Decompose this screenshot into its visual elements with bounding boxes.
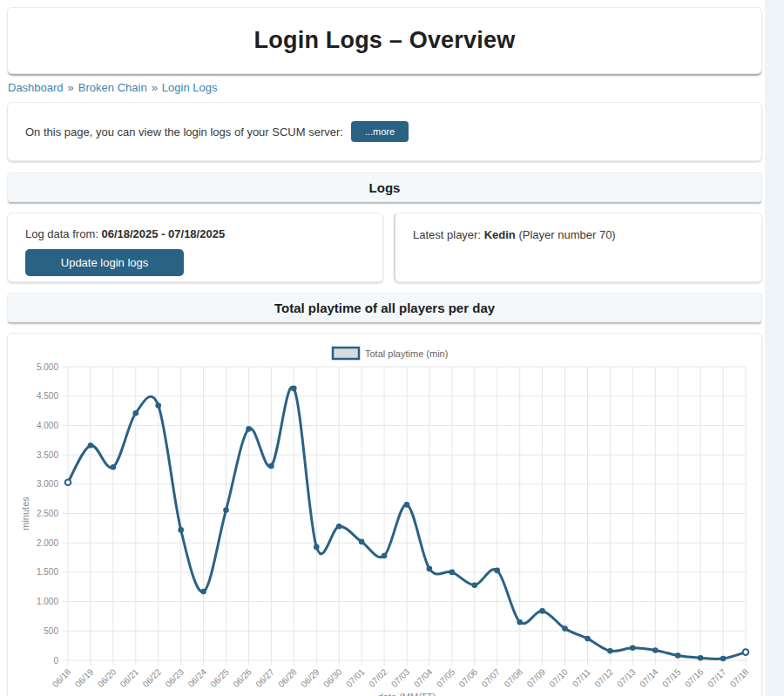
section-header-playtime-label: Total playtime of all players per day xyxy=(274,301,495,315)
breadcrumb-separator: » xyxy=(68,81,74,94)
svg-text:0: 0 xyxy=(53,656,58,666)
svg-text:06/21: 06/21 xyxy=(118,666,141,689)
svg-text:3.000: 3.000 xyxy=(37,479,58,489)
data-point-06/19[interactable] xyxy=(88,443,94,449)
chart-x-axis-labels: 06/1806/1906/2006/2106/2206/2306/2406/25… xyxy=(51,666,751,689)
svg-text:06/22: 06/22 xyxy=(141,666,164,689)
data-point-07/04[interactable] xyxy=(427,566,433,572)
svg-text:06/28: 06/28 xyxy=(276,666,299,689)
chart-y-axis-title: minutes xyxy=(20,497,30,530)
svg-text:3.500: 3.500 xyxy=(37,450,58,460)
svg-text:07/02: 07/02 xyxy=(367,666,389,689)
data-point-07/10[interactable] xyxy=(562,625,568,632)
intro-card: On this page, you can view the login log… xyxy=(7,102,762,161)
svg-text:07/09: 07/09 xyxy=(525,666,548,689)
data-point-07/17[interactable] xyxy=(720,656,727,662)
svg-text:07/10: 07/10 xyxy=(547,666,570,689)
data-point-06/25[interactable] xyxy=(223,507,229,513)
data-point-06/26[interactable] xyxy=(246,426,252,432)
log-data-range-line: Log data from: 06/18/2025 - 07/18/2025 xyxy=(25,227,382,240)
data-point-07/12[interactable] xyxy=(607,648,613,654)
section-header-logs-label: Logs xyxy=(369,180,401,195)
chart-y-axis-labels: 05001.0001.5002.0002.5003.0003.5004.0004… xyxy=(37,362,58,666)
svg-text:06/25: 06/25 xyxy=(208,666,231,689)
svg-text:07/06: 07/06 xyxy=(457,666,480,689)
svg-text:07/07: 07/07 xyxy=(480,666,503,689)
data-point-06/24[interactable] xyxy=(200,589,206,595)
svg-text:06/26: 06/26 xyxy=(231,666,253,689)
svg-text:2.500: 2.500 xyxy=(37,509,58,518)
data-point-07/07[interactable] xyxy=(494,568,500,574)
svg-text:06/29: 06/29 xyxy=(299,666,321,689)
data-point-07/08[interactable] xyxy=(517,619,523,625)
more-button[interactable]: ...more xyxy=(351,121,409,142)
data-point-06/18[interactable] xyxy=(65,480,71,486)
log-data-card: Log data from: 06/18/2025 - 07/18/2025 U… xyxy=(7,213,383,282)
breadcrumb-separator: » xyxy=(152,81,158,94)
log-data-label: Log data from: xyxy=(25,227,98,240)
data-point-06/20[interactable] xyxy=(111,464,117,470)
svg-text:06/24: 06/24 xyxy=(186,666,209,689)
data-point-07/05[interactable] xyxy=(449,570,456,576)
latest-player-name: Kedin xyxy=(484,228,516,241)
breadcrumb-link-login-logs[interactable]: Login Logs xyxy=(162,81,218,94)
data-point-07/13[interactable] xyxy=(630,645,636,652)
data-point-07/15[interactable] xyxy=(675,652,681,659)
page-title: Login Logs – Overview xyxy=(254,27,516,54)
chart-grid xyxy=(63,367,746,666)
latest-player-label: Latest player: xyxy=(413,228,481,241)
data-point-07/14[interactable] xyxy=(652,647,659,653)
svg-text:07/14: 07/14 xyxy=(638,666,660,689)
data-point-06/27[interactable] xyxy=(268,463,274,470)
data-point-06/28[interactable] xyxy=(291,386,297,392)
data-point-07/03[interactable] xyxy=(404,502,410,508)
svg-text:06/18: 06/18 xyxy=(51,666,73,689)
svg-text:07/15: 07/15 xyxy=(660,666,683,689)
data-point-06/30[interactable] xyxy=(336,524,342,530)
breadcrumb-link-server[interactable]: Broken Chain xyxy=(78,81,147,94)
svg-text:07/05: 07/05 xyxy=(435,666,457,689)
svg-text:06/20: 06/20 xyxy=(96,666,118,689)
playtime-chart-card: 05001.0001.5002.0002.5003.0003.5004.0004… xyxy=(7,333,762,696)
data-point-07/02[interactable] xyxy=(382,553,388,559)
chart-legend[interactable]: Total playtime (min) xyxy=(333,348,448,359)
svg-text:07/01: 07/01 xyxy=(344,666,367,689)
data-point-06/22[interactable] xyxy=(155,402,161,409)
svg-text:07/18: 07/18 xyxy=(728,666,751,689)
data-point-07/01[interactable] xyxy=(359,539,365,545)
legend-swatch xyxy=(333,348,359,359)
svg-text:07/11: 07/11 xyxy=(571,666,592,688)
playtime-line-chart: 05001.0001.5002.0002.5003.0003.5004.0004… xyxy=(8,334,761,696)
svg-text:4.500: 4.500 xyxy=(37,391,58,401)
svg-text:1.500: 1.500 xyxy=(37,567,58,577)
page-title-card: Login Logs – Overview xyxy=(7,7,762,74)
section-header-playtime: Total playtime of all players per day xyxy=(7,293,762,322)
svg-text:06/27: 06/27 xyxy=(253,666,276,689)
latest-player-suffix: (Player number 70) xyxy=(518,228,615,241)
data-point-07/16[interactable] xyxy=(698,655,704,661)
chart-x-axis-title: date (MM/TT) xyxy=(378,692,436,696)
data-point-07/11[interactable] xyxy=(585,636,591,642)
breadcrumb-link-dashboard[interactable]: Dashboard xyxy=(8,81,64,94)
data-point-07/09[interactable] xyxy=(539,608,545,614)
svg-text:07/12: 07/12 xyxy=(592,666,615,689)
svg-text:5.000: 5.000 xyxy=(37,362,58,372)
data-point-06/23[interactable] xyxy=(178,527,184,533)
breadcrumb: Dashboard » Broken Chain » Login Logs xyxy=(8,81,217,94)
intro-text: On this page, you can view the login log… xyxy=(25,125,343,139)
log-data-range: 06/18/2025 - 07/18/2025 xyxy=(101,227,225,240)
update-login-logs-button[interactable]: Update login logs xyxy=(25,249,184,276)
data-point-07/18[interactable] xyxy=(743,649,749,655)
svg-text:07/17: 07/17 xyxy=(706,666,728,689)
svg-text:4.000: 4.000 xyxy=(37,421,58,430)
data-point-07/06[interactable] xyxy=(472,582,478,588)
svg-text:07/04: 07/04 xyxy=(412,666,435,689)
data-point-06/21[interactable] xyxy=(133,410,139,416)
svg-text:06/23: 06/23 xyxy=(164,666,186,689)
svg-text:07/08: 07/08 xyxy=(503,666,525,689)
legend-label: Total playtime (min) xyxy=(365,348,448,359)
section-header-logs: Logs xyxy=(7,172,762,202)
data-point-06/29[interactable] xyxy=(314,544,320,551)
svg-text:07/13: 07/13 xyxy=(615,666,638,689)
svg-text:06/19: 06/19 xyxy=(73,666,96,689)
